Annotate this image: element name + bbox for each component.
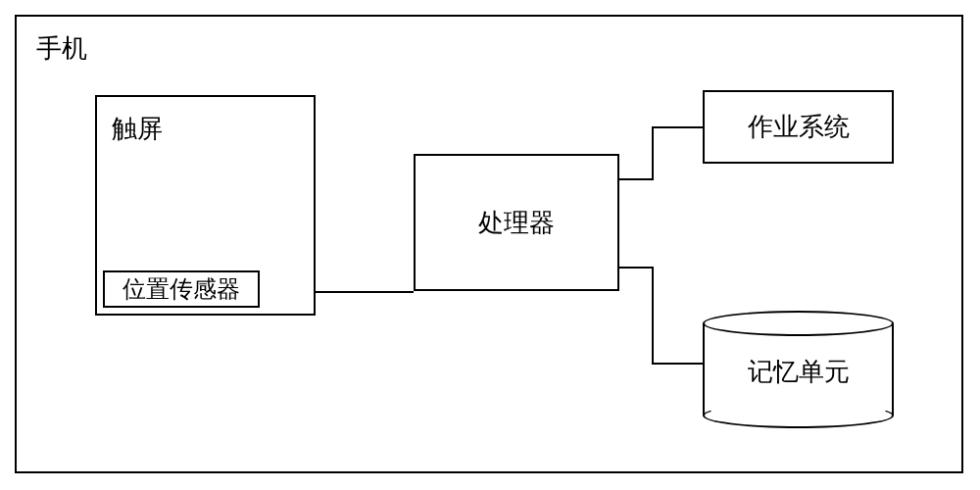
position-sensor-label: 位置传感器 xyxy=(122,273,240,305)
cylinder-top-shape xyxy=(703,311,894,336)
os-box: 作业系统 xyxy=(703,90,894,164)
processor-box: 处理器 xyxy=(414,154,619,291)
connector-processor-right-top xyxy=(619,178,654,180)
processor-label: 处理器 xyxy=(478,206,555,240)
phone-label: 手机 xyxy=(36,31,87,66)
touchscreen-label: 触屏 xyxy=(112,112,163,146)
connector-processor-right-bottom xyxy=(619,267,654,269)
connector-to-memory xyxy=(652,363,703,365)
touchscreen-box: 触屏 位置传感器 xyxy=(95,95,316,316)
connector-touchscreen-processor xyxy=(316,291,414,293)
connector-to-os xyxy=(652,126,703,128)
connector-vert-os xyxy=(652,126,654,180)
memory-label: 记忆单元 xyxy=(703,355,894,389)
os-label: 作业系统 xyxy=(748,110,850,144)
connector-vert-memory xyxy=(652,267,654,365)
memory-cylinder: 记忆单元 xyxy=(703,311,894,428)
cylinder-bottom-shape xyxy=(703,403,894,428)
phone-container: 手机 触屏 位置传感器 处理器 作业系统 记忆单元 xyxy=(15,15,963,473)
position-sensor-box: 位置传感器 xyxy=(103,270,260,308)
